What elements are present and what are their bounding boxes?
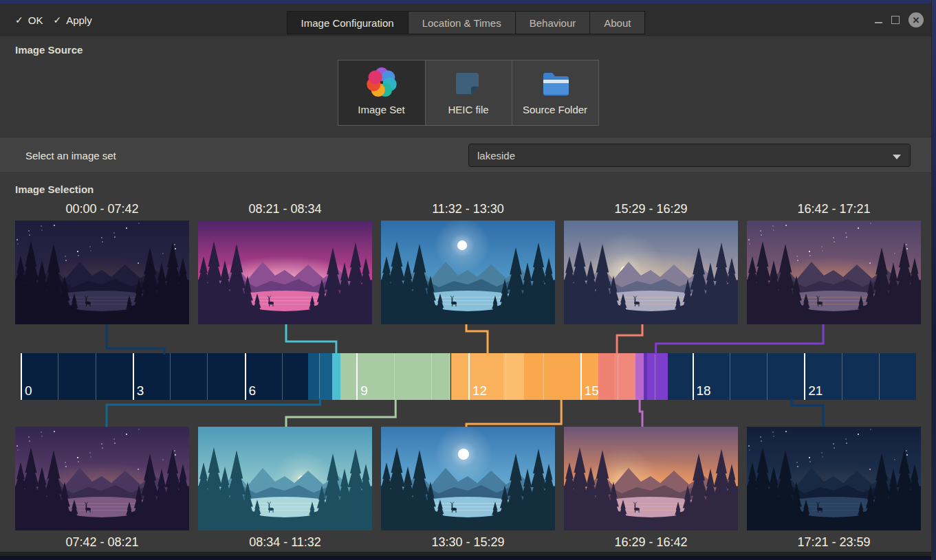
source-folder-icon	[538, 67, 572, 100]
desktop-edge-bottom	[0, 556, 936, 560]
source-type-label: Image Set	[358, 104, 404, 115]
tab-location-times[interactable]: Location & Times	[409, 11, 516, 34]
image-set-picker-row: Select an image set lakeside	[0, 137, 936, 173]
maximize-icon[interactable]	[891, 16, 900, 24]
image-selection-title: Image Selection	[15, 183, 94, 195]
close-icon[interactable]: ✕	[908, 12, 924, 27]
chevron-down-icon	[893, 155, 901, 159]
source-type-heic-file[interactable]: HEIC file	[425, 60, 512, 125]
image-source-title: Image Source	[15, 44, 83, 56]
image-source-section: Image Source Image Set HEIC file Source …	[0, 36, 936, 137]
heic-file-icon	[452, 67, 485, 100]
combobox-value: lakeside	[477, 150, 515, 161]
header-tabbar: Image ConfigurationLocation & TimesBehav…	[287, 11, 646, 34]
check-icon: ✓	[15, 14, 23, 25]
window-controls: ✕	[875, 3, 924, 36]
headerbar: ✓ OK ✓ Apply Image ConfigurationLocation…	[0, 3, 932, 37]
minimize-icon[interactable]	[875, 22, 882, 23]
source-type-label: Source Folder	[523, 104, 587, 115]
ok-button[interactable]: ✓ OK	[15, 14, 43, 26]
apply-button[interactable]: ✓ Apply	[53, 14, 91, 26]
tab-image-configuration[interactable]: Image Configuration	[287, 11, 409, 34]
apply-button-label: Apply	[66, 14, 92, 26]
source-type-group: Image Set HEIC file Source Folder	[338, 60, 599, 126]
image-set-icon	[365, 67, 398, 100]
source-type-image-set[interactable]: Image Set	[338, 60, 425, 125]
desktop-edge-right	[931, 0, 936, 560]
check-icon: ✓	[53, 14, 61, 25]
ok-button-label: OK	[28, 14, 43, 26]
source-type-source-folder[interactable]: Source Folder	[512, 60, 598, 125]
source-type-label: HEIC file	[448, 104, 488, 115]
image-set-picker-label: Select an image set	[25, 137, 116, 174]
image-set-combobox[interactable]: lakeside	[468, 144, 911, 167]
image-selection-section: Image Selection	[0, 173, 936, 552]
tab-about[interactable]: About	[590, 11, 645, 34]
tab-behaviour[interactable]: Behaviour	[516, 11, 591, 34]
